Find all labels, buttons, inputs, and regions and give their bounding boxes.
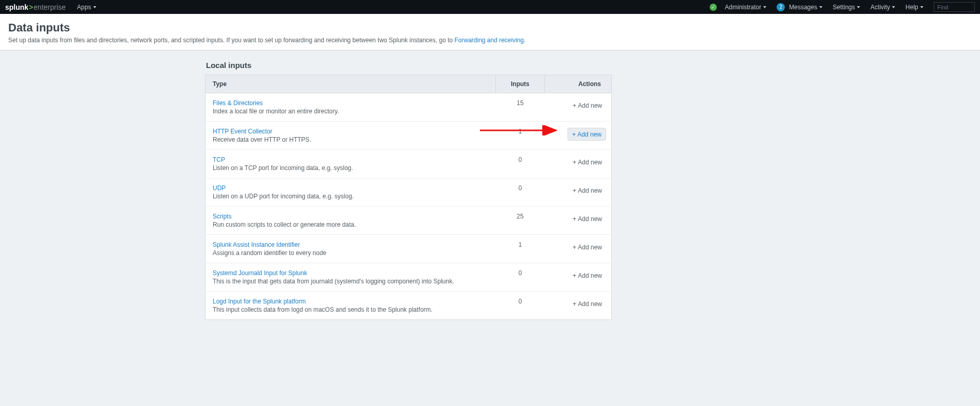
actions-cell: + Add new xyxy=(545,150,612,178)
input-desc: This input collects data from logd on ma… xyxy=(213,306,489,313)
add-new-button[interactable]: + Add new xyxy=(569,99,606,111)
page-subtitle: Set up data inputs from files and direct… xyxy=(8,37,972,44)
type-cell: Files & DirectoriesIndex a local file or… xyxy=(205,93,496,122)
input-name-link[interactable]: HTTP Event Collector xyxy=(213,128,272,135)
caret-down-icon xyxy=(819,6,822,8)
input-desc: Run custom scripts to collect or generat… xyxy=(213,221,489,228)
logo-text-1: splunk xyxy=(5,3,28,11)
add-new-button[interactable]: + Add new xyxy=(569,241,606,253)
activity-label: Activity xyxy=(870,4,890,11)
inputs-count: 0 xyxy=(496,178,545,207)
add-new-label: Add new xyxy=(578,187,602,194)
forwarding-link[interactable]: Forwarding and receiving. xyxy=(454,37,525,44)
actions-cell: + Add new xyxy=(545,122,612,150)
table-row: TCPListen on a TCP port for incoming dat… xyxy=(205,150,612,178)
find-input[interactable] xyxy=(934,2,975,12)
inputs-count: 1 xyxy=(496,235,545,263)
activity-menu[interactable]: Activity xyxy=(865,4,900,11)
settings-label: Settings xyxy=(833,4,855,11)
logo-text-2: enterprise xyxy=(33,3,65,11)
plus-icon: + xyxy=(573,102,577,109)
add-new-label: Add new xyxy=(578,159,602,166)
add-new-label: Add new xyxy=(578,215,602,223)
messages-menu[interactable]: 2 Messages xyxy=(771,3,828,11)
plus-icon: + xyxy=(572,130,576,138)
inputs-count: 0 xyxy=(496,292,545,320)
apps-label: Apps xyxy=(77,4,91,11)
messages-label: Messages xyxy=(789,4,817,11)
input-name-link[interactable]: Scripts xyxy=(213,213,232,220)
table-row: Systemd Journald Input for SplunkThis is… xyxy=(205,263,612,292)
content: Local inputs Type Inputs Actions Files &… xyxy=(205,61,612,320)
add-new-button[interactable]: + Add new xyxy=(569,269,606,281)
inputs-count: 0 xyxy=(496,150,545,178)
type-cell: ScriptsRun custom scripts to collect or … xyxy=(205,207,496,235)
input-name-link[interactable]: TCP xyxy=(213,156,225,163)
plus-icon: + xyxy=(573,300,577,308)
add-new-button[interactable]: + Add new xyxy=(569,184,606,196)
table-row: Logd Input for the Splunk platformThis i… xyxy=(205,292,612,320)
page-title: Data inputs xyxy=(8,21,972,35)
apps-menu[interactable]: Apps xyxy=(72,4,101,11)
table-row: ScriptsRun custom scripts to collect or … xyxy=(205,207,612,235)
topbar: splunk > enterprise Apps ✓ Administrator… xyxy=(0,0,980,14)
type-cell: Systemd Journald Input for SplunkThis is… xyxy=(205,263,496,292)
status-ok-icon[interactable]: ✓ xyxy=(710,4,717,11)
type-cell: UDPListen on a UDP port for incoming dat… xyxy=(205,178,496,207)
col-inputs: Inputs xyxy=(496,75,545,93)
table-row: Splunk Assist Instance IdentifierAssigns… xyxy=(205,235,612,263)
page-header: Data inputs Set up data inputs from file… xyxy=(0,14,980,50)
inputs-count: 25 xyxy=(496,207,545,235)
inputs-count: 0 xyxy=(496,263,545,292)
add-new-button[interactable]: + Add new xyxy=(569,156,606,168)
input-name-link[interactable]: Systemd Journald Input for Splunk xyxy=(213,269,307,277)
actions-cell: + Add new xyxy=(545,235,612,263)
help-label: Help xyxy=(905,4,918,11)
plus-icon: + xyxy=(573,215,577,223)
settings-menu[interactable]: Settings xyxy=(828,4,865,11)
input-name-link[interactable]: Files & Directories xyxy=(213,99,263,107)
add-new-label: Add new xyxy=(578,272,602,279)
add-new-label: Add new xyxy=(578,244,602,251)
input-name-link[interactable]: Splunk Assist Instance Identifier xyxy=(213,241,300,248)
inputs-count: 1 xyxy=(496,122,545,150)
input-desc: This is the input that gets data from jo… xyxy=(213,278,489,285)
add-new-label: Add new xyxy=(578,300,602,308)
add-new-button[interactable]: + Add new xyxy=(569,298,606,310)
input-name-link[interactable]: UDP xyxy=(213,184,226,192)
plus-icon: + xyxy=(573,187,577,194)
table-row: HTTP Event CollectorReceive data over HT… xyxy=(205,122,612,150)
add-new-button[interactable]: + Add new xyxy=(568,128,606,141)
table-row: Files & DirectoriesIndex a local file or… xyxy=(205,93,612,122)
table-header-row: Type Inputs Actions xyxy=(205,75,612,93)
administrator-label: Administrator xyxy=(725,4,762,11)
actions-cell: + Add new xyxy=(545,178,612,207)
caret-down-icon xyxy=(763,6,766,8)
input-desc: Receive data over HTTP or HTTPS. xyxy=(213,136,489,143)
actions-cell: + Add new xyxy=(545,292,612,320)
input-desc: Index a local file or monitor an entire … xyxy=(213,108,489,115)
input-desc: Listen on a UDP port for incoming data, … xyxy=(213,193,489,200)
add-new-label: Add new xyxy=(578,102,602,109)
section-title: Local inputs xyxy=(205,61,612,70)
administrator-menu[interactable]: Administrator xyxy=(720,4,772,11)
help-menu[interactable]: Help xyxy=(900,4,929,11)
caret-down-icon xyxy=(857,6,860,8)
actions-cell: + Add new xyxy=(545,207,612,235)
actions-cell: + Add new xyxy=(545,263,612,292)
plus-icon: + xyxy=(573,243,577,251)
actions-cell: + Add new xyxy=(545,93,612,122)
type-cell: Splunk Assist Instance IdentifierAssigns… xyxy=(205,235,496,263)
logo[interactable]: splunk > enterprise xyxy=(5,3,72,11)
col-actions: Actions xyxy=(545,75,612,93)
table-row: UDPListen on a UDP port for incoming dat… xyxy=(205,178,612,207)
add-new-button[interactable]: + Add new xyxy=(569,213,606,225)
input-desc: Assigns a random identifier to every nod… xyxy=(213,249,489,257)
caret-down-icon xyxy=(920,6,923,8)
type-cell: HTTP Event CollectorReceive data over HT… xyxy=(205,122,496,150)
inputs-table: Type Inputs Actions Files & DirectoriesI… xyxy=(205,75,612,320)
caret-down-icon xyxy=(93,6,96,8)
input-name-link[interactable]: Logd Input for the Splunk platform xyxy=(213,298,306,305)
type-cell: TCPListen on a TCP port for incoming dat… xyxy=(205,150,496,178)
plus-icon: + xyxy=(573,272,577,279)
